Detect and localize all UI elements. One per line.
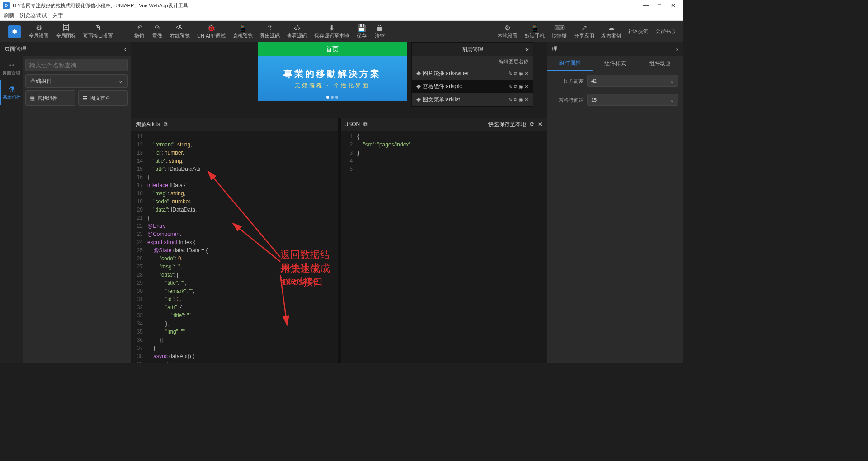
left-panel: 页面管理 ‹ ▫▫页面管理 ⚗基本组件 基础组件 ⌄ ▦宫格组件 ☰图文菜单 [0, 42, 131, 363]
save-icon: 💾 [357, 24, 366, 32]
layer-panel-title: 图层管理 [462, 46, 483, 54]
delete-icon[interactable]: ✕ [524, 97, 528, 103]
maximize-button[interactable]: □ [653, 1, 666, 9]
code-area: 鸿蒙ArkTs ⧉ 1112 "remark": string,13 "id":… [131, 118, 547, 363]
minimize-button[interactable]: — [639, 1, 653, 9]
menu-about[interactable]: 关于 [52, 12, 63, 19]
left-vertical-tabs: ▫▫页面管理 ⚗基本组件 [0, 56, 23, 363]
prop-gap-field[interactable]: 15⌄ [587, 94, 678, 106]
move-icon: ✥ [416, 84, 421, 90]
banner-title: 專業的移動解決方案 [283, 68, 381, 80]
edit-icon[interactable]: ✎ [508, 84, 512, 89]
copy-icon[interactable]: ⧉ [514, 97, 517, 103]
collapse-right-icon[interactable]: › [676, 46, 678, 52]
code-editor-right[interactable]: 1{2 "src": "pages/Index"3}45 [341, 131, 547, 363]
tab-attr[interactable]: 组件属性 [547, 56, 593, 71]
preview-banner[interactable]: 專業的移動解決方案 无须编程 · 个性化界面 [258, 56, 407, 101]
layer-item-swiper[interactable]: ✥图片轮播:arkswiper ✎⧉◉✕ [412, 67, 533, 80]
tool-default-phone[interactable]: 📱默认手机 [521, 24, 548, 39]
tool-export-src[interactable]: ⇪导出源码 [256, 24, 283, 39]
cloud-icon: ☁ [608, 24, 615, 32]
delete-icon[interactable]: ✕ [524, 84, 528, 89]
share-icon: ↗ [581, 24, 587, 32]
api-icon: 🗎 [94, 24, 102, 32]
copy-icon[interactable]: ⧉ [514, 84, 517, 89]
preview-title: 首页 [258, 42, 407, 56]
component-image-menu[interactable]: ☰图文菜单 [78, 90, 128, 106]
tab-anim[interactable]: 组件动画 [637, 56, 683, 71]
layer-panel: 图层管理 ✕ 编辑图层名称 ✥图片轮播:arkswiper ✎⧉◉✕ ✥宫格组件… [411, 42, 533, 107]
keyboard-icon: ⌨ [554, 24, 565, 32]
tool-member[interactable]: 会员中心 [652, 28, 679, 35]
tool-global-settings[interactable]: ⚙全局设置 [25, 24, 52, 39]
gear-icon: ⚙ [505, 24, 511, 32]
tab-style[interactable]: 组件样式 [593, 56, 638, 71]
close-icon[interactable]: ✕ [525, 47, 529, 53]
copy-icon[interactable]: ⧉ [164, 121, 168, 127]
tool-view-src[interactable]: ‹/›查看源码 [283, 24, 311, 39]
settings-icon: ⚙ [36, 24, 42, 32]
layer-item-list[interactable]: ✥图文菜单:arklist ✎⧉◉✕ [412, 93, 533, 106]
refresh-icon[interactable]: ⟳ [530, 121, 534, 127]
copy-icon[interactable]: ⧉ [514, 71, 517, 76]
move-icon: ✥ [416, 71, 421, 77]
chevron-down-icon: ⌄ [670, 78, 674, 84]
puzzle-icon: ⚗ [9, 85, 15, 94]
tool-clear[interactable]: 🗑清空 [371, 24, 389, 39]
download-icon: ⬇ [329, 24, 335, 32]
code-tab-arkts[interactable]: 鸿蒙ArkTs [136, 121, 160, 128]
tab-basic-components[interactable]: ⚗基本组件 [0, 80, 23, 105]
move-icon: ✥ [416, 97, 421, 103]
category-select[interactable]: 基础组件 ⌄ [25, 74, 128, 88]
delete-icon[interactable]: ✕ [524, 71, 528, 76]
tool-undo[interactable]: ↶撤销 [130, 24, 148, 39]
prop-gap-label: 宫格行间距 [552, 97, 584, 103]
eye-icon: 👁 [176, 24, 184, 32]
window-title: DIY官网专注做好的拖拽式可视化微信小程序、UNIAPP、Vue WebApp设… [13, 2, 639, 9]
close-icon[interactable]: ✕ [538, 121, 542, 127]
collapse-left-icon[interactable]: ‹ [124, 46, 126, 52]
tool-save-local[interactable]: ⬇保存源码至本地 [311, 24, 353, 39]
image-icon: 🖼 [62, 24, 70, 32]
tool-share[interactable]: ↗分享应用 [571, 24, 598, 39]
edit-icon[interactable]: ✎ [508, 97, 512, 103]
tool-device-preview[interactable]: 📱真机预览 [229, 24, 256, 39]
code-tab-json[interactable]: JSON [345, 121, 360, 127]
carousel-dots [326, 96, 338, 99]
quick-save-local[interactable]: 快速保存至本地 [488, 121, 526, 128]
tool-redo[interactable]: ↷重做 [148, 24, 166, 39]
tool-community[interactable]: 社区交流 [625, 28, 652, 35]
app-logo-icon: D [3, 2, 10, 9]
tool-local-settings[interactable]: ⚙本地设置 [494, 24, 521, 39]
left-header: 页面管理 ‹ [0, 42, 131, 56]
tool-uniapp-debug[interactable]: 🐞UNIAPP调试 [193, 24, 229, 39]
eye-icon[interactable]: ◉ [519, 71, 523, 76]
grid-icon: ▦ [29, 95, 35, 102]
menu-browser-debug[interactable]: 浏览器调试 [20, 12, 47, 19]
menu-refresh[interactable]: 刷新 [4, 12, 14, 19]
layer-sub-label: 编辑图层名称 [412, 56, 533, 67]
toolbar-logo-icon: ⬢ [8, 25, 21, 38]
component-grid[interactable]: ▦宫格组件 [25, 90, 75, 106]
eye-icon[interactable]: ◉ [519, 84, 523, 89]
tool-save[interactable]: 💾保存 [353, 24, 371, 39]
bug-icon: 🐞 [207, 24, 216, 32]
tool-global-icons[interactable]: 🖼全局图标 [52, 24, 80, 39]
prop-height-label: 图片高度 [552, 78, 584, 85]
tool-page-api[interactable]: 🗎页面接口设置 [80, 24, 117, 39]
edit-icon[interactable]: ✎ [508, 71, 512, 76]
tab-page-manage[interactable]: ▫▫页面管理 [0, 56, 23, 80]
close-button[interactable]: ✕ [666, 1, 680, 9]
copy-icon[interactable]: ⧉ [363, 121, 368, 127]
trash-icon: 🗑 [376, 24, 383, 32]
code-editor-left[interactable]: 1112 "remark": string,13 "id": number,14… [131, 131, 338, 363]
toolbar: ⬢ ⚙全局设置 🖼全局图标 🗎页面接口设置 ↶撤销 ↷重做 👁在线预览 🐞UNI… [0, 21, 683, 42]
eye-icon[interactable]: ◉ [519, 97, 523, 103]
layer-item-grid[interactable]: ✥宫格组件:arkgrid ✎⧉◉✕ [412, 80, 533, 93]
left-header-title: 页面管理 [5, 45, 26, 53]
prop-height-field[interactable]: 42⌄ [587, 75, 678, 87]
tool-publish[interactable]: ☁发布案例 [598, 24, 625, 39]
tool-hotkeys[interactable]: ⌨快捷键 [548, 24, 571, 39]
component-search-input[interactable] [25, 59, 128, 71]
tool-online-preview[interactable]: 👁在线预览 [166, 24, 193, 39]
